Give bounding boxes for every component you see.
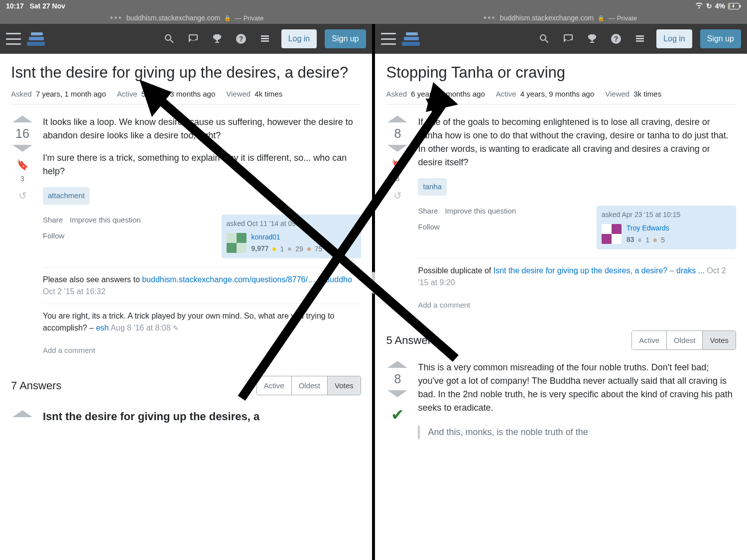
comment-user[interactable]: esh bbox=[96, 324, 109, 332]
duplicate-link[interactable]: Isnt the desire for giving up the desire… bbox=[494, 266, 668, 275]
comment-user[interactable]: draks ... bbox=[676, 266, 705, 275]
pane-left: ? Log in Sign up Isnt the desire for giv… bbox=[0, 24, 372, 560]
history-icon[interactable]: ↺ bbox=[18, 190, 27, 202]
accepted-icon: ✔ bbox=[391, 405, 404, 424]
vote-column: 8 🔖 3 ↺ bbox=[386, 115, 409, 316]
share-link[interactable]: Share bbox=[43, 215, 63, 226]
question-title: Stopping Tanha or craving bbox=[386, 63, 736, 83]
community-icon[interactable] bbox=[633, 32, 646, 45]
follow-link[interactable]: Follow bbox=[43, 230, 141, 242]
svg-rect-5 bbox=[261, 35, 269, 37]
comment-link[interactable]: buddhism.stackexchange.com/questions/877… bbox=[142, 275, 316, 284]
private-label: — Private bbox=[609, 14, 637, 22]
trophy-icon[interactable] bbox=[586, 32, 599, 45]
silver-badge-icon bbox=[288, 247, 291, 251]
upvote-button[interactable] bbox=[12, 115, 32, 122]
upvote-button[interactable] bbox=[387, 115, 407, 122]
comment: Possible duplicate of Isnt the desire fo… bbox=[418, 258, 736, 295]
user-card: asked Apr 23 '15 at 10:15 Troy Edwards 8… bbox=[597, 206, 736, 249]
bookmark-count: 3 bbox=[396, 175, 400, 183]
lock-icon: 🔒 bbox=[224, 15, 231, 21]
sort-active[interactable]: Active bbox=[632, 331, 667, 349]
signup-button[interactable]: Sign up bbox=[700, 29, 741, 48]
search-icon[interactable] bbox=[163, 32, 176, 45]
site-logo[interactable] bbox=[402, 29, 420, 49]
private-label: — Private bbox=[235, 14, 263, 22]
edit-icon[interactable]: ✎ bbox=[173, 324, 179, 332]
splitview-handle[interactable] bbox=[372, 272, 375, 294]
status-bar: 10:17 Sat 27 Nov ↻ 4% bbox=[0, 0, 747, 12]
signup-button[interactable]: Sign up bbox=[325, 29, 366, 48]
answers-count: 5 Answers bbox=[386, 334, 437, 347]
status-icons: ↻ 4% bbox=[695, 2, 741, 10]
community-icon[interactable] bbox=[258, 32, 271, 45]
vote-count: 8 bbox=[394, 126, 401, 141]
trophy-icon[interactable] bbox=[211, 32, 224, 45]
avatar[interactable] bbox=[227, 233, 247, 253]
upvote-button[interactable] bbox=[387, 361, 407, 368]
add-comment-link[interactable]: Add a comment bbox=[418, 295, 736, 316]
paragraph: It looks like a loop. We know desires ca… bbox=[43, 115, 361, 142]
wifi-icon bbox=[695, 2, 703, 10]
downvote-button[interactable] bbox=[387, 390, 407, 397]
sort-oldest[interactable]: Oldest bbox=[292, 376, 328, 395]
tab-url: buddhism.stackexchange.com bbox=[500, 14, 594, 22]
downvote-button[interactable] bbox=[12, 145, 32, 152]
avatar[interactable] bbox=[602, 224, 622, 244]
tag[interactable]: tanha bbox=[418, 178, 447, 196]
question-body: If one of the goals to becoming enlighte… bbox=[418, 115, 736, 316]
sort-oldest[interactable]: Oldest bbox=[667, 331, 703, 349]
bronze-badge-icon bbox=[653, 238, 657, 242]
sort-votes[interactable]: Votes bbox=[703, 331, 736, 349]
lock-icon: 🔒 bbox=[598, 15, 605, 21]
battery-percent: 4% bbox=[715, 2, 725, 10]
menu-icon[interactable] bbox=[6, 33, 21, 45]
content-right: Stopping Tanha or craving Asked 6 years,… bbox=[375, 54, 747, 560]
question-meta: Asked 7 years, 1 month ago Active 5 year… bbox=[11, 90, 361, 105]
upvote-button[interactable] bbox=[12, 410, 32, 417]
user-link[interactable]: konrad01 bbox=[251, 232, 323, 242]
inbox-icon[interactable] bbox=[562, 32, 575, 45]
tab-left[interactable]: ••• buddhism.stackexchange.com 🔒 — Priva… bbox=[0, 12, 374, 24]
answers-count: 7 Answers bbox=[11, 379, 62, 392]
svg-rect-7 bbox=[261, 40, 269, 42]
login-button[interactable]: Log in bbox=[281, 29, 317, 48]
bookmark-icon[interactable]: 🔖 bbox=[391, 159, 404, 171]
question-meta: Asked 6 years, 7 months ago Active 4 yea… bbox=[386, 90, 736, 105]
downvote-button[interactable] bbox=[387, 145, 407, 152]
comment-user[interactable]: Buddho bbox=[325, 275, 352, 284]
sort-tabs: Active Oldest Votes bbox=[631, 331, 736, 350]
improve-link[interactable]: Improve this question bbox=[70, 215, 141, 226]
comment: You are right, its a trick. A trick play… bbox=[43, 304, 361, 340]
site-logo[interactable] bbox=[27, 29, 45, 49]
inbox-icon[interactable] bbox=[187, 32, 200, 45]
search-icon[interactable] bbox=[538, 32, 551, 45]
reputation: 9,977 1 29 75 bbox=[251, 243, 323, 254]
tag[interactable]: attachment bbox=[43, 187, 90, 205]
svg-rect-12 bbox=[636, 40, 644, 42]
silver-badge-icon bbox=[638, 238, 641, 242]
battery-icon bbox=[728, 3, 741, 9]
paragraph: This is a very common misreading of the … bbox=[418, 361, 736, 415]
improve-link[interactable]: Improve this question bbox=[445, 206, 516, 217]
tab-right[interactable]: ••• buddhism.stackexchange.com 🔒 — Priva… bbox=[374, 12, 747, 24]
bookmark-icon[interactable]: 🔖 bbox=[16, 159, 29, 171]
bronze-badge-icon bbox=[307, 247, 311, 251]
svg-rect-6 bbox=[261, 38, 269, 39]
history-icon[interactable]: ↺ bbox=[393, 190, 402, 202]
login-button[interactable]: Log in bbox=[656, 29, 692, 48]
comments: Please also see answers to buddhism.stac… bbox=[43, 267, 361, 361]
share-link[interactable]: Share bbox=[418, 206, 438, 217]
svg-rect-1 bbox=[740, 5, 741, 7]
follow-link[interactable]: Follow bbox=[418, 222, 516, 233]
svg-text:?: ? bbox=[239, 35, 243, 43]
user-link[interactable]: Troy Edwards bbox=[626, 223, 669, 233]
svg-rect-11 bbox=[636, 38, 644, 39]
sort-votes[interactable]: Votes bbox=[328, 376, 361, 395]
comments: Possible duplicate of Isnt the desire fo… bbox=[418, 258, 736, 316]
help-icon[interactable]: ? bbox=[610, 32, 622, 45]
add-comment-link[interactable]: Add a comment bbox=[43, 340, 361, 361]
sort-active[interactable]: Active bbox=[257, 376, 292, 395]
menu-icon[interactable] bbox=[381, 33, 396, 45]
help-icon[interactable]: ? bbox=[235, 32, 248, 45]
